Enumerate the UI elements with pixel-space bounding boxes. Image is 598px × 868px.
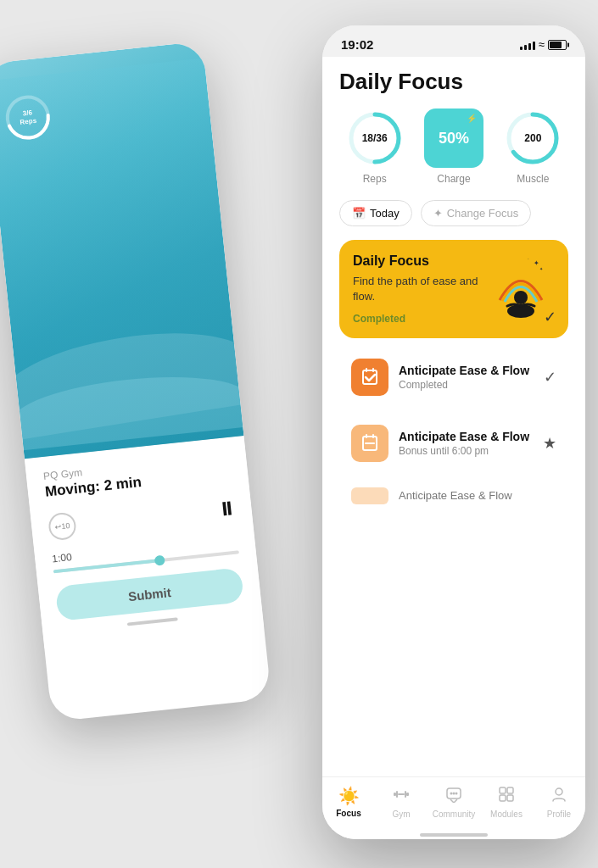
nav-focus[interactable]: ☀️ Focus (322, 786, 375, 819)
svg-rect-22 (500, 787, 506, 793)
main-content: Daily Focus 18/36 Reps (322, 57, 585, 776)
signal-bar-4 (533, 42, 535, 50)
today-label: Today (370, 207, 400, 220)
modules-nav-icon (498, 786, 515, 807)
community-nav-label: Community (433, 810, 476, 819)
activity-title-2: Anticipate Ease & Flow (399, 430, 533, 443)
activity-info-1: Anticipate Ease & Flow Completed (399, 364, 534, 391)
community-nav-icon (445, 786, 462, 807)
nav-community[interactable]: Community (428, 786, 480, 819)
activity-icon-3-partial (351, 487, 388, 504)
today-pill[interactable]: 📅 Today (339, 200, 412, 226)
reps-label: 3/6 Reps (19, 108, 36, 126)
muscle-value: 200 (524, 132, 541, 144)
svg-point-21 (455, 793, 458, 795)
svg-rect-13 (394, 793, 396, 796)
nav-profile[interactable]: Profile (533, 786, 585, 819)
pause-icon[interactable]: ⏸ (216, 498, 236, 521)
stat-charge: 50% ⚡ Charge (418, 108, 489, 185)
focus-card-desc: Find the path of ease and flow. (353, 274, 487, 304)
stats-row: 18/36 Reps 50% ⚡ Charge (339, 108, 568, 185)
page-title: Daily Focus (339, 57, 568, 108)
modules-nav-label: Modules (490, 810, 523, 819)
focus-card-text: Daily Focus Find the path of ease and fl… (353, 253, 487, 325)
back-phone-bottom: PQ Gym Moving: 2 min ↩10 ⏸ 1:00 Submit (25, 436, 264, 648)
muscle-label: Muscle (517, 173, 549, 185)
activity-icon-2 (351, 425, 388, 462)
charge-value: 50% (439, 130, 469, 147)
svg-rect-16 (405, 791, 406, 798)
home-indicator (420, 833, 488, 837)
svg-rect-25 (507, 795, 513, 801)
focus-nav-label: Focus (336, 809, 360, 818)
front-phone: 19:02 ≈ Daily Focus (322, 25, 585, 839)
focus-card-title: Daily Focus (353, 253, 487, 269)
charge-box: 50% ⚡ (424, 108, 483, 168)
wave-image: 3/6 Reps (0, 42, 243, 459)
focus-card-status: Completed (353, 313, 487, 325)
status-time: 19:02 (341, 37, 373, 52)
activity-icon-1 (351, 359, 388, 396)
phone-front-inner: 19:02 ≈ Daily Focus (322, 25, 585, 839)
profile-nav-icon (550, 786, 567, 807)
svg-rect-24 (500, 795, 506, 801)
activity-info-2: Anticipate Ease & Flow Bonus until 6:00 … (399, 430, 533, 457)
reps-circle-front: 18/36 (345, 108, 405, 168)
filter-row: 📅 Today ✦ Change Focus (339, 200, 568, 226)
activity-title-1: Anticipate Ease & Flow (399, 364, 534, 377)
battery-fill (550, 42, 562, 48)
status-icons: ≈ (520, 38, 567, 51)
change-focus-label: Change Focus (447, 207, 519, 220)
svg-rect-14 (406, 793, 409, 796)
daily-focus-card[interactable]: Daily Focus Find the path of ease and fl… (339, 240, 568, 338)
home-indicator-area (322, 834, 585, 839)
activity-item-1[interactable]: Anticipate Ease & Flow Completed ✓ (339, 348, 568, 406)
nav-gym[interactable]: Gym (375, 786, 428, 819)
svg-point-10 (514, 291, 528, 304)
svg-point-20 (453, 793, 455, 795)
activity-check-icon: ✓ (544, 368, 556, 387)
submit-button[interactable]: Submit (55, 567, 244, 621)
bottom-nav: ☀️ Focus Gym (322, 776, 585, 834)
muscle-circle: 200 (503, 108, 562, 168)
signal-bar-3 (528, 43, 531, 50)
progress-dot (154, 555, 165, 566)
status-bar: 19:02 ≈ (322, 25, 585, 57)
activity-title-3-partial: Anticipate Ease & Flow (399, 489, 512, 502)
stat-reps: 18/36 Reps (339, 108, 410, 185)
change-focus-pill[interactable]: ✦ Change Focus (421, 200, 532, 226)
calendar-icon: 📅 (352, 207, 366, 220)
svg-text:✦: ✦ (534, 259, 539, 267)
sparkle-icon: ✦ (433, 207, 443, 220)
activity-star-icon: ★ (543, 434, 556, 453)
focus-nav-icon: ☀️ (338, 786, 360, 806)
charge-label: Charge (437, 173, 470, 185)
activity-item-2[interactable]: Anticipate Ease & Flow Bonus until 6:00 … (339, 415, 568, 472)
signal-bar-2 (524, 45, 527, 50)
bolt-icon: ⚡ (467, 114, 477, 123)
svg-text:·: · (528, 256, 529, 261)
timer-icon: ↩10 (48, 511, 77, 541)
svg-text:✦: ✦ (539, 266, 543, 271)
controls-row: ↩10 ⏸ (48, 495, 236, 542)
svg-rect-17 (398, 793, 405, 795)
focus-check-icon: ✓ (544, 308, 556, 326)
battery-icon (548, 40, 567, 50)
reps-circle: 3/6 Reps (2, 92, 54, 144)
progress-row: 1:00 (52, 533, 239, 573)
home-indicator-back (127, 617, 178, 626)
nav-modules[interactable]: Modules (480, 786, 533, 819)
activity-sub-2: Bonus until 6:00 pm (399, 445, 533, 457)
svg-rect-15 (396, 791, 398, 798)
signal-bars-icon (520, 40, 535, 50)
activity-sub-1: Completed (399, 379, 534, 391)
wifi-icon: ≈ (539, 38, 545, 51)
svg-point-19 (450, 793, 453, 795)
back-phone: 3/6 Reps PQ Gym Moving: 2 min ↩10 ⏸ 1:00… (0, 42, 271, 722)
activity-item-3-partial: Anticipate Ease & Flow (339, 481, 568, 510)
svg-point-26 (556, 788, 562, 795)
reps-value: 18/36 (362, 132, 388, 144)
svg-rect-23 (507, 787, 513, 793)
gym-nav-label: Gym (392, 810, 410, 819)
stat-muscle: 200 Muscle (498, 108, 568, 185)
